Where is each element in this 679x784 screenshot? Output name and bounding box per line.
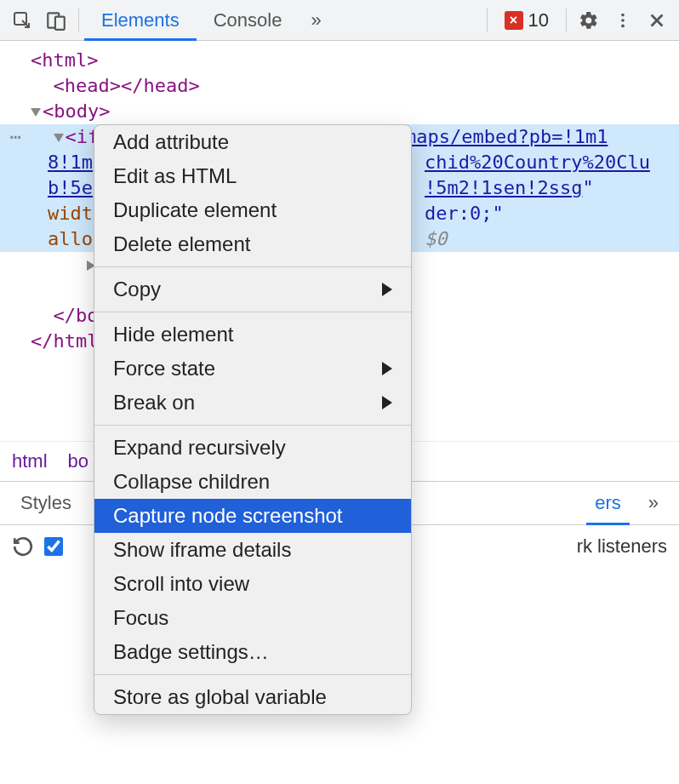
gear-icon[interactable] xyxy=(572,3,606,37)
ctx-copy[interactable]: Copy xyxy=(94,272,411,306)
ctx-break-on[interactable]: Break on xyxy=(94,386,411,420)
framework-listeners-label: rk listeners xyxy=(577,535,667,558)
svg-point-4 xyxy=(621,19,625,22)
ancestors-checkbox[interactable] xyxy=(44,537,63,556)
ctx-force-state[interactable]: Force state xyxy=(94,352,411,386)
devtools-toolbar: Elements Console » × 10 xyxy=(0,0,679,41)
ctx-delete-element[interactable]: Delete element xyxy=(94,227,411,261)
svg-point-5 xyxy=(621,24,625,27)
inspect-icon[interactable] xyxy=(5,3,39,37)
toolbar-divider xyxy=(487,9,488,32)
kebab-menu-icon[interactable] xyxy=(606,3,640,37)
toolbar-divider xyxy=(78,9,79,32)
breadcrumb-item[interactable]: bo xyxy=(68,450,88,472)
ctx-edit-as-html[interactable]: Edit as HTML xyxy=(94,159,411,193)
tab-overflow[interactable]: » xyxy=(299,9,333,31)
ctx-capture-node-screenshot[interactable]: Capture node screenshot xyxy=(94,499,411,533)
ctx-scroll-into-view[interactable]: Scroll into view xyxy=(94,567,411,568)
submenu-arrow-icon xyxy=(382,396,392,409)
ctx-hide-element[interactable]: Hide element xyxy=(94,318,411,352)
device-toggle-icon[interactable] xyxy=(39,3,73,37)
chevron-down-icon[interactable] xyxy=(31,108,41,117)
tab-console[interactable]: Console xyxy=(197,0,300,40)
panel-tabs: Elements Console » xyxy=(84,0,334,40)
ctx-collapse-children[interactable]: Collapse children xyxy=(94,465,411,499)
chevron-down-icon[interactable] xyxy=(54,134,64,142)
svg-rect-2 xyxy=(55,16,65,29)
error-count: 10 xyxy=(528,9,549,31)
breadcrumb-item[interactable]: html xyxy=(12,450,48,472)
error-badge[interactable]: × 10 xyxy=(493,9,561,31)
ctx-separator xyxy=(94,312,411,312)
ctx-duplicate-element[interactable]: Duplicate element xyxy=(94,193,411,227)
context-menu: Add attribute Edit as HTML Duplicate ele… xyxy=(94,124,412,568)
ctx-add-attribute[interactable]: Add attribute xyxy=(94,125,411,159)
error-icon: × xyxy=(505,11,523,30)
ctx-expand-recursively[interactable]: Expand recursively xyxy=(94,431,411,465)
svg-point-3 xyxy=(621,13,625,16)
submenu-arrow-icon xyxy=(382,283,392,296)
ctx-separator xyxy=(94,266,411,267)
submenu-arrow-icon xyxy=(382,362,392,375)
ctx-separator xyxy=(94,425,411,426)
close-icon[interactable] xyxy=(640,3,674,37)
tab-elements[interactable]: Elements xyxy=(84,0,197,40)
toolbar-divider xyxy=(566,9,567,32)
subtab-event-listeners[interactable]: ers xyxy=(581,482,635,524)
subtab-overflow[interactable]: » xyxy=(635,482,672,524)
subtab-styles[interactable]: Styles xyxy=(7,482,85,524)
refresh-icon[interactable] xyxy=(12,535,34,558)
ctx-show-iframe-details[interactable]: Show iframe details xyxy=(94,533,411,567)
ellipsis-icon[interactable]: ⋯ xyxy=(0,124,31,150)
